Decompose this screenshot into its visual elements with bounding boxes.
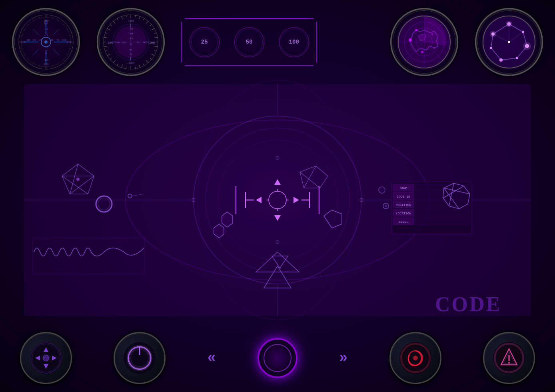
svg-rect-220 (415, 209, 470, 216)
svg-text:50: 50 (57, 39, 59, 42)
btn-navigation[interactable] (20, 332, 72, 384)
svg-line-69 (152, 54, 154, 56)
svg-line-59 (139, 16, 140, 20)
svg-text:100: 100 (44, 19, 49, 22)
svg-line-144 (491, 48, 501, 60)
gauge-radar (390, 8, 458, 76)
svg-line-89 (113, 21, 115, 24)
svg-point-236 (379, 187, 385, 193)
svg-text:100: 100 (66, 41, 72, 44)
svg-text:75: 75 (129, 53, 132, 56)
svg-line-142 (517, 46, 527, 58)
svg-line-124 (405, 23, 443, 61)
svg-line-26 (28, 24, 29, 25)
svg-line-62 (150, 24, 152, 26)
svg-line-61 (146, 21, 148, 24)
main-panel-svg: NAME CODE ID POSITION LOCATION LEVEL (0, 80, 555, 328)
svg-line-9 (66, 29, 68, 30)
svg-line-79 (113, 60, 115, 63)
svg-line-74 (135, 67, 136, 69)
svg-line-28 (39, 17, 40, 19)
svg-line-88 (110, 24, 112, 26)
svg-line-58 (135, 15, 136, 17)
btn-alert[interactable] (389, 332, 441, 384)
svg-line-65 (154, 37, 158, 38)
svg-line-14 (63, 59, 64, 60)
svg-text:25: 25 (44, 23, 48, 26)
svg-point-118 (404, 22, 444, 62)
svg-text:-100: -100 (127, 61, 134, 65)
svg-line-6 (52, 17, 53, 19)
svg-point-133 (522, 31, 524, 33)
gauge-50: 50 (234, 27, 264, 57)
svg-text:LOCATION: LOCATION (396, 212, 411, 215)
gauge-starmap (475, 8, 543, 76)
svg-line-40 (33, 29, 39, 35)
info-panel-group: NAME CODE ID POSITION LOCATION LEVEL (392, 182, 472, 234)
svg-point-99 (113, 24, 149, 60)
svg-text:50: 50 (129, 48, 132, 51)
svg-point-128 (433, 47, 435, 49)
svg-point-225 (385, 205, 387, 207)
svg-line-148 (509, 32, 523, 42)
svg-line-72 (143, 64, 144, 66)
svg-point-117 (398, 16, 450, 68)
btn-center-main[interactable] (258, 338, 297, 378)
svg-text:-25: -25 (128, 37, 133, 40)
svg-line-86 (105, 33, 107, 34)
svg-point-152 (490, 31, 496, 37)
svg-text:25: 25 (45, 46, 47, 49)
svg-point-127 (409, 38, 412, 42)
svg-line-12 (69, 48, 71, 49)
svg-point-101 (115, 26, 147, 58)
svg-line-143 (501, 58, 517, 60)
svg-point-130 (482, 15, 536, 69)
btn-power[interactable] (114, 332, 166, 384)
svg-point-134 (525, 44, 529, 48)
svg-text:100: 100 (62, 39, 66, 42)
svg-point-189 (76, 178, 80, 181)
svg-line-77 (121, 64, 122, 68)
svg-line-24 (21, 35, 23, 36)
svg-line-140 (509, 24, 523, 32)
svg-line-141 (523, 32, 527, 46)
svg-text:NAME: NAME (399, 186, 407, 190)
svg-text:25: 25 (51, 39, 53, 42)
svg-point-139 (508, 41, 510, 43)
svg-line-7 (58, 20, 59, 22)
main-container: 100 100 100 100 25 100 (0, 0, 555, 392)
nav-right-arrows[interactable]: » (339, 350, 348, 366)
svg-text:100: 100 (128, 19, 134, 23)
svg-line-43 (53, 49, 59, 55)
svg-text:-100: -100 (44, 59, 48, 62)
svg-line-78 (117, 64, 118, 66)
svg-line-13 (66, 54, 68, 55)
svg-text:100: 100 (44, 22, 48, 25)
svg-line-18 (39, 65, 40, 67)
svg-text:LEVEL: LEVEL (399, 220, 408, 224)
triple-gauge-display: 25 50 100 (181, 18, 317, 66)
svg-line-67 (154, 46, 158, 46)
svg-text:100: 100 (44, 63, 49, 66)
nav-left-arrows[interactable]: « (207, 350, 216, 366)
svg-point-38 (41, 37, 51, 47)
svg-text:50: 50 (142, 41, 146, 44)
svg-line-10 (69, 35, 71, 36)
svg-line-63 (152, 28, 154, 30)
svg-line-20 (28, 59, 29, 60)
gauge-25: 25 (190, 27, 220, 57)
svg-point-116 (397, 15, 451, 69)
svg-text:50: 50 (45, 52, 47, 55)
svg-point-135 (516, 57, 518, 59)
svg-point-150 (506, 21, 512, 27)
svg-text:-50: -50 (32, 39, 36, 42)
svg-text:25: 25 (136, 41, 140, 44)
btn-warning[interactable] (483, 332, 535, 384)
svg-text:CODE: CODE (435, 293, 501, 316)
svg-text:POSITION: POSITION (396, 203, 411, 207)
svg-line-145 (491, 34, 493, 48)
gauge-100: 100 (279, 27, 309, 57)
svg-line-25 (24, 29, 26, 30)
svg-line-21 (24, 54, 26, 55)
svg-line-123 (405, 23, 443, 61)
